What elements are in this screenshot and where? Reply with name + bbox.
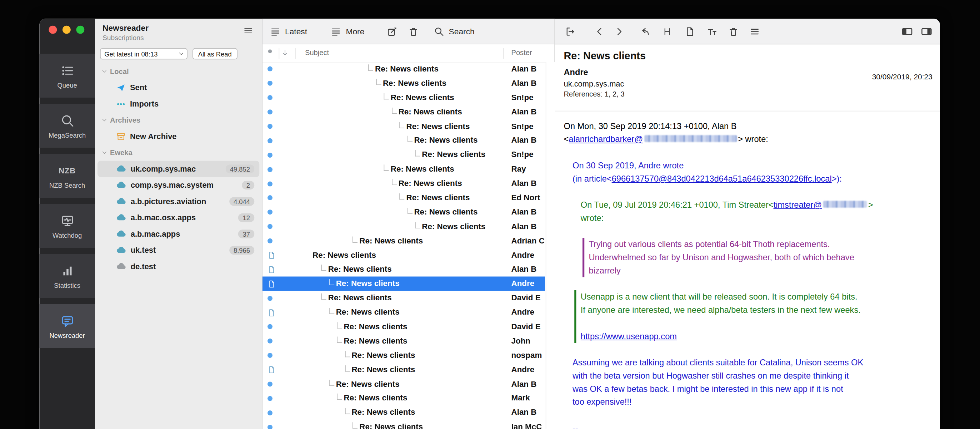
forward-button[interactable] (614, 26, 625, 37)
message-row[interactable]: Re: News clientsAlan B (262, 134, 545, 148)
group-item-a-b-mac-apps[interactable]: a.b.mac.apps37 (97, 226, 259, 242)
sidebar-item-newsreader[interactable]: Newsreader (39, 304, 95, 348)
group-item-comp-sys-mac-system[interactable]: comp.sys.mac.system2 (97, 177, 259, 193)
body-link[interactable]: alanrichardbarker@ (569, 134, 643, 144)
group-item-sent[interactable]: Sent (97, 79, 259, 96)
message-row[interactable]: Re: News clientsIan McC (262, 420, 545, 429)
toggle-right-pane-icon (921, 26, 932, 37)
message-row[interactable]: Re: News clientsMark (262, 391, 545, 406)
group-item-new-archive[interactable]: New Archive (97, 128, 259, 145)
latest-button[interactable]: Latest (270, 26, 307, 37)
group-item-de-test[interactable]: de.test (97, 258, 259, 275)
message-subject-cell: Re: News clients (359, 420, 423, 429)
message-body-line: bizarrely (589, 264, 940, 277)
toggle-left-pane-button[interactable] (901, 26, 913, 37)
column-poster[interactable]: Poster (511, 49, 532, 56)
compose-button[interactable] (387, 26, 398, 37)
group-item-uk-comp-sys-mac[interactable]: uk.comp.sys.mac49.852 (97, 161, 259, 177)
unread-dot-icon (267, 181, 272, 186)
message-row[interactable]: Re: News clientsSn!pe (262, 119, 545, 133)
textsize-button[interactable] (706, 26, 717, 37)
column-subject[interactable]: Subject (305, 49, 329, 56)
message-subject-cell: Re: News clients (391, 91, 454, 105)
message-row[interactable]: Re: News clientsDavid E (262, 320, 545, 334)
sidebar-item-watchdog[interactable]: Watchdog (39, 204, 95, 248)
header-button[interactable] (662, 26, 673, 37)
message-body-block-quote-usenapp: Usenapp is a new client that will be rel… (574, 290, 940, 343)
message-row[interactable]: Re: News clientsAlan B (262, 377, 545, 391)
message-row[interactable]: Re: News clientsAdrian C (262, 234, 545, 248)
message-row[interactable]: Re: News clientsAlan B (262, 177, 545, 191)
list-scrollbar[interactable] (546, 62, 555, 429)
group-item-uk-test[interactable]: uk.test8.966 (97, 242, 259, 258)
message-row[interactable]: Re: News clientsEd Nort (262, 191, 545, 205)
sidebar-item-label: Statistics (54, 281, 80, 289)
watchdog-icon (60, 213, 74, 228)
back-icon (594, 26, 605, 37)
body-link[interactable]: timstreater@ (773, 200, 822, 209)
unread-dot-icon[interactable] (268, 49, 272, 53)
imports-icon (116, 99, 126, 108)
thread-corner (399, 121, 404, 128)
menu-button[interactable] (749, 26, 760, 37)
message-row[interactable]: Re: News clientsAlan B (262, 262, 545, 277)
message-row[interactable]: Re: News clientsAlan B (262, 205, 545, 220)
toolbar-button-label: More (346, 26, 364, 36)
body-link[interactable]: 6966137570@843d042213d64a51a646235330226… (612, 174, 832, 183)
message-row[interactable]: Re: News clientsAlan B (262, 406, 545, 420)
message-row[interactable]: Re: News clientsAndre (262, 362, 545, 377)
toggle-right-pane-button[interactable] (921, 26, 932, 37)
message-row[interactable]: Re: News clientsSn!pe (262, 91, 545, 105)
hamburger-icon[interactable] (243, 26, 253, 38)
back-button[interactable] (594, 26, 605, 37)
more-button[interactable]: More (331, 26, 364, 37)
reply-button[interactable] (639, 26, 650, 37)
references-value[interactable]: 1, 2, 3 (605, 90, 625, 97)
group-label: New Archive (130, 132, 177, 141)
message-row[interactable]: Re: News clientsAndre (262, 277, 545, 291)
message-row[interactable]: Re: News clientsAndre (262, 305, 545, 320)
message-row[interactable]: Re: News clientsDavid E (262, 291, 545, 305)
thread-corner (415, 150, 420, 157)
thread-corner (337, 394, 342, 400)
unread-dot-icon (267, 396, 272, 401)
fetch-schedule-dropdown[interactable]: Get latest in 08:13 (100, 48, 188, 60)
group-item-a-b-pictures-aviation[interactable]: a.b.pictures.aviation4.044 (97, 193, 259, 210)
tree-section-local[interactable]: Local (95, 63, 262, 80)
body-link[interactable]: https://www.usenapp.com (581, 332, 677, 341)
message-row[interactable]: Re: News clientsJohn (262, 334, 545, 348)
export-button[interactable] (565, 26, 576, 37)
redacted-email (644, 135, 737, 142)
sidebar-item-queue[interactable]: Queue (39, 54, 95, 98)
message-poster-cell: Alan B (511, 205, 545, 220)
sidebar-item-megasearch[interactable]: MegaSearch (39, 104, 95, 148)
mark-all-read-button[interactable]: All as Read (192, 48, 237, 60)
message-row[interactable]: Re: News clientsAlan B (262, 62, 545, 76)
tree-section-eweka[interactable]: Eweka (95, 144, 262, 161)
message-view-panel: Re: News clients Andre uk.comp.sys.mac R… (555, 19, 940, 429)
message-row[interactable]: Re: News clientsAlan B (262, 76, 545, 91)
document-button[interactable] (684, 26, 695, 37)
trash-button[interactable] (728, 26, 739, 37)
message-row[interactable]: Re: News clientsRay (262, 162, 545, 177)
tree-section-archives[interactable]: Archives (95, 112, 262, 128)
message-row[interactable]: Re: News clientsSn!pe (262, 148, 545, 162)
message-row[interactable]: Re: News clientsAndre (262, 248, 545, 262)
message-row[interactable]: Re: News clientsnospam (262, 348, 545, 362)
search-button[interactable]: Search (434, 26, 475, 37)
message-row[interactable]: Re: News clientsAlan B (262, 220, 545, 234)
group-item-imports[interactable]: Imports (97, 96, 259, 112)
zoom-button[interactable] (76, 26, 84, 34)
sort-arrow-icon[interactable] (282, 49, 289, 56)
message-body-line: On 30 Sep 2019, Andre wrote (573, 159, 940, 172)
close-button[interactable] (49, 26, 57, 34)
message-body: On Mon, 30 Sep 2019 20:14:13 +0100, Alan… (555, 112, 940, 429)
cloud-icon (116, 245, 126, 255)
list-icon (331, 26, 341, 37)
minimize-button[interactable] (62, 26, 71, 34)
sidebar-item-statistics[interactable]: Statistics (39, 254, 95, 298)
message-row[interactable]: Re: News clientsAlan B (262, 105, 545, 119)
trash-button[interactable] (408, 26, 419, 37)
sidebar-item-nzb-search[interactable]: NZBNZB Search (39, 154, 95, 198)
group-item-a-b-mac-osx-apps[interactable]: a.b.mac.osx.apps12 (97, 209, 259, 226)
